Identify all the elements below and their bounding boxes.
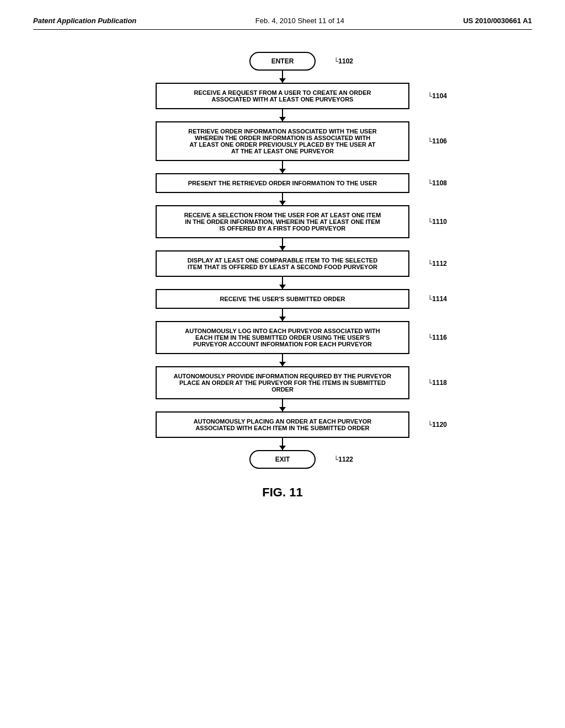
arrow-2 (282, 109, 283, 121)
node-1108-wrapper: PRESENT THE RETRIEVED ORDER INFORMATION … (156, 173, 409, 193)
ref-1104: └1104 (428, 92, 447, 100)
arrow-10 (282, 438, 283, 450)
node-1104-wrapper: RECEIVE A REQUEST FROM A USER TO CREATE … (156, 83, 409, 109)
node-1110: RECEIVE A SELECTION FROM THE USER FOR AT… (156, 205, 409, 238)
node-1116: AUTONOMOUSLY LOG INTO EACH PURVEYOR ASSO… (156, 321, 409, 354)
node-1106: RETRIEVE ORDER INFORMATION ASSOCIATED WI… (156, 121, 409, 161)
ref-1112: └1112 (428, 260, 447, 267)
ref-1122: └1122 (334, 456, 353, 463)
node-1108: PRESENT THE RETRIEVED ORDER INFORMATION … (156, 173, 409, 193)
header-publication: Patent Application Publication (33, 17, 136, 25)
node-1112: DISPLAY AT LEAST ONE COMPARABLE ITEM TO … (156, 250, 409, 277)
node-exit: EXIT └1122 (249, 450, 316, 469)
arrow-7 (282, 309, 283, 321)
node-1102-wrapper: ENTER └1102 (249, 52, 316, 71)
ref-1114: └1114 (428, 295, 447, 303)
node-1120: AUTONOMOUSLY PLACING AN ORDER AT EACH PU… (156, 411, 409, 438)
flowchart: ENTER └1102 RECEIVE A REQUEST FROM A USE… (33, 52, 532, 469)
arrow-5 (282, 238, 283, 250)
node-1114-wrapper: RECEIVE THE USER'S SUBMITTED ORDER └1114 (156, 289, 409, 309)
node-1118-wrapper: AUTONOMOUSLY PROVIDE INFORMATION REQUIRE… (156, 366, 409, 399)
page: Patent Application Publication Feb. 4, 2… (0, 0, 565, 728)
header-patent-number: US 2010/0030661 A1 (463, 17, 532, 25)
ref-1120: └1120 (428, 421, 447, 429)
ref-1106: └1106 (428, 137, 447, 145)
node-1104: RECEIVE A REQUEST FROM A USER TO CREATE … (156, 83, 409, 109)
ref-1108: └1108 (428, 179, 447, 187)
ref-1110: └1110 (428, 218, 447, 226)
node-1118: AUTONOMOUSLY PROVIDE INFORMATION REQUIRE… (156, 366, 409, 399)
header-date-sheet: Feb. 4, 2010 Sheet 11 of 14 (255, 17, 344, 25)
arrow-8 (282, 354, 283, 366)
arrow-6 (282, 277, 283, 289)
arrow-1 (282, 71, 283, 83)
node-enter: ENTER └1102 (249, 52, 316, 71)
node-1106-wrapper: RETRIEVE ORDER INFORMATION ASSOCIATED WI… (156, 121, 409, 161)
ref-1102: └1102 (334, 57, 353, 65)
figure-caption: FIG. 11 (33, 485, 532, 500)
arrow-9 (282, 399, 283, 411)
page-header: Patent Application Publication Feb. 4, 2… (33, 17, 532, 30)
arrow-3 (282, 161, 283, 173)
node-1110-wrapper: RECEIVE A SELECTION FROM THE USER FOR AT… (156, 205, 409, 238)
arrow-4 (282, 193, 283, 205)
ref-1116: └1116 (428, 334, 447, 341)
node-1122-wrapper: EXIT └1122 (249, 450, 316, 469)
ref-1118: └1118 (428, 379, 447, 387)
node-1114: RECEIVE THE USER'S SUBMITTED ORDER └1114 (156, 289, 409, 309)
node-1112-wrapper: DISPLAY AT LEAST ONE COMPARABLE ITEM TO … (156, 250, 409, 277)
node-1116-wrapper: AUTONOMOUSLY LOG INTO EACH PURVEYOR ASSO… (156, 321, 409, 354)
node-1120-wrapper: AUTONOMOUSLY PLACING AN ORDER AT EACH PU… (156, 411, 409, 438)
